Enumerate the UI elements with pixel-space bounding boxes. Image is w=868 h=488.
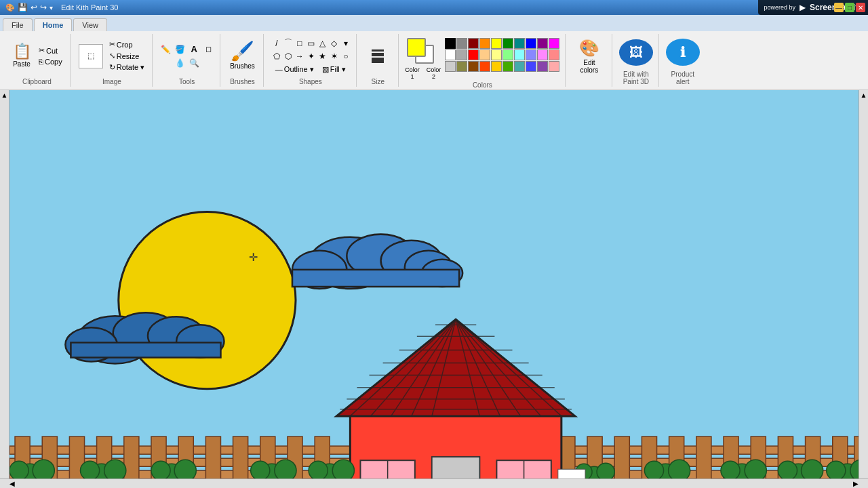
- shape-star4[interactable]: ✦: [305, 50, 317, 62]
- outline-dropdown[interactable]: — Outline ▾: [273, 64, 317, 75]
- colors-label: Colors: [473, 81, 492, 89]
- quick-access-redo[interactable]: ↪: [40, 3, 47, 12]
- palette-color-11[interactable]: [456, 49, 467, 60]
- canvas-area[interactable]: ✛: [9, 90, 868, 487]
- bottom-scrollbar[interactable]: ◀ ▶: [0, 479, 868, 488]
- size-button[interactable]: [369, 46, 387, 66]
- palette-grid: [445, 38, 559, 72]
- eraser-tool[interactable]: ◻: [202, 43, 214, 56]
- brushes-content: 🖌️ Brushes: [227, 35, 258, 77]
- shape-diamond[interactable]: ◇: [328, 37, 340, 49]
- shape-star6[interactable]: ✶: [328, 50, 340, 62]
- tools-content: ✏️ 🪣 A ◻ 💧 🔍: [159, 35, 214, 77]
- edit-colors-button[interactable]: 🎨 Editcolors: [572, 36, 606, 77]
- left-scrollbar[interactable]: ▲ ▼: [0, 90, 9, 487]
- shape-hexagon[interactable]: ⬡: [282, 50, 294, 62]
- crop-button[interactable]: ✂ Crop: [107, 39, 146, 49]
- quick-access-save[interactable]: 💾: [18, 3, 28, 12]
- shape-oval[interactable]: ○: [340, 50, 352, 62]
- quick-access-more[interactable]: ▾: [50, 4, 53, 12]
- palette-color-16[interactable]: [514, 49, 525, 60]
- rotate-button[interactable]: ↻ Rotate ▾: [107, 62, 146, 73]
- scroll-right[interactable]: ▶: [853, 480, 859, 487]
- palette-color-5[interactable]: [502, 38, 513, 49]
- resize-button[interactable]: ⤡ Resize: [107, 51, 146, 61]
- minimize-button[interactable]: —: [834, 3, 844, 12]
- palette-color-4[interactable]: [491, 38, 502, 49]
- palette-color-10[interactable]: [445, 49, 456, 60]
- shape-curve[interactable]: ⌒: [282, 37, 294, 49]
- copy-label: Copy: [45, 58, 62, 66]
- color1-swatch[interactable]: [407, 38, 426, 57]
- fill-dropdown[interactable]: ▧ Fill ▾: [319, 64, 349, 75]
- palette-color-26[interactable]: [514, 61, 525, 72]
- brushes-group: 🖌️ Brushes Brushes: [222, 34, 264, 87]
- cut-button[interactable]: ✂ Cut: [37, 45, 64, 56]
- shape-line[interactable]: /: [271, 37, 283, 49]
- palette-color-20[interactable]: [445, 61, 456, 72]
- palette-color-1[interactable]: [456, 38, 467, 49]
- edit-paint3d-button[interactable]: 🖼: [619, 39, 653, 66]
- palette-color-0[interactable]: [445, 38, 456, 49]
- palette-color-29[interactable]: [549, 61, 559, 72]
- fill-tool[interactable]: 🪣: [174, 43, 186, 56]
- shapes-label: Shapes: [299, 78, 322, 85]
- close-button[interactable]: ✕: [856, 3, 865, 12]
- edit-colors-group: 🎨 Editcolors .: [567, 34, 612, 87]
- product-alert-content: ℹ: [666, 35, 700, 69]
- clipboard-col: ✂ Cut ⎘ Copy: [37, 45, 64, 66]
- palette-color-21[interactable]: [456, 61, 467, 72]
- shape-star5[interactable]: ★: [317, 50, 329, 62]
- scroll-up-right[interactable]: ▲: [861, 92, 867, 99]
- size-content: [369, 35, 387, 77]
- shape-pentagon[interactable]: ⬠: [271, 50, 283, 62]
- paste-button[interactable]: 📋 Paste: [9, 43, 34, 69]
- maximize-button[interactable]: □: [845, 3, 854, 12]
- scroll-up[interactable]: ▲: [1, 92, 8, 99]
- palette-color-13[interactable]: [479, 49, 490, 60]
- shape-roundrect[interactable]: ▭: [305, 37, 317, 49]
- clipboard-label: Clipboard: [22, 78, 52, 85]
- palette-color-17[interactable]: [526, 49, 536, 60]
- product-alert-button[interactable]: ℹ: [666, 39, 700, 66]
- palette-color-24[interactable]: [491, 61, 502, 72]
- shape-triangle[interactable]: △: [317, 37, 329, 49]
- magnifier-tool[interactable]: 🔍: [188, 57, 200, 69]
- palette-color-15[interactable]: [502, 49, 513, 60]
- cut-label: Cut: [46, 47, 58, 55]
- shape-more[interactable]: ▾: [340, 37, 352, 49]
- tab-file[interactable]: File: [3, 18, 33, 31]
- svg-point-88: [309, 461, 328, 480]
- palette-color-14[interactable]: [491, 49, 502, 60]
- palette-color-27[interactable]: [526, 61, 536, 72]
- colors-content: Color1 Color2: [406, 35, 559, 80]
- palette-color-8[interactable]: [537, 38, 548, 49]
- tab-view[interactable]: View: [73, 18, 107, 31]
- palette-color-9[interactable]: [549, 38, 559, 49]
- shape-rect[interactable]: □: [294, 37, 306, 49]
- palette-color-25[interactable]: [502, 61, 513, 72]
- color-picker-tool[interactable]: 💧: [174, 57, 186, 69]
- palette-color-22[interactable]: [468, 61, 479, 72]
- palette-color-18[interactable]: [537, 49, 548, 60]
- brushes-button[interactable]: 🖌️ Brushes: [227, 41, 258, 71]
- scroll-left[interactable]: ◀: [9, 480, 15, 487]
- quick-access-undo[interactable]: ↩: [31, 3, 37, 12]
- palette-color-23[interactable]: [479, 61, 490, 72]
- palette-color-3[interactable]: [479, 38, 490, 49]
- screencastify-powered: powered by: [764, 4, 795, 11]
- tab-home[interactable]: Home: [34, 18, 73, 31]
- palette-color-6[interactable]: [514, 38, 525, 49]
- palette-color-12[interactable]: [468, 49, 479, 60]
- right-scrollbar[interactable]: ▲ ▼: [859, 90, 868, 487]
- text-tool[interactable]: A: [188, 43, 200, 56]
- ribbon-tabs: File Home View: [0, 15, 868, 31]
- palette-color-19[interactable]: [549, 49, 559, 60]
- copy-button[interactable]: ⎘ Copy: [37, 57, 64, 66]
- palette-color-28[interactable]: [537, 61, 548, 72]
- palette-color-2[interactable]: [468, 38, 479, 49]
- select-button[interactable]: ⬚: [79, 44, 103, 68]
- palette-color-7[interactable]: [526, 38, 536, 49]
- pencil-tool[interactable]: ✏️: [159, 43, 172, 56]
- shape-arrow-right[interactable]: →: [294, 50, 306, 62]
